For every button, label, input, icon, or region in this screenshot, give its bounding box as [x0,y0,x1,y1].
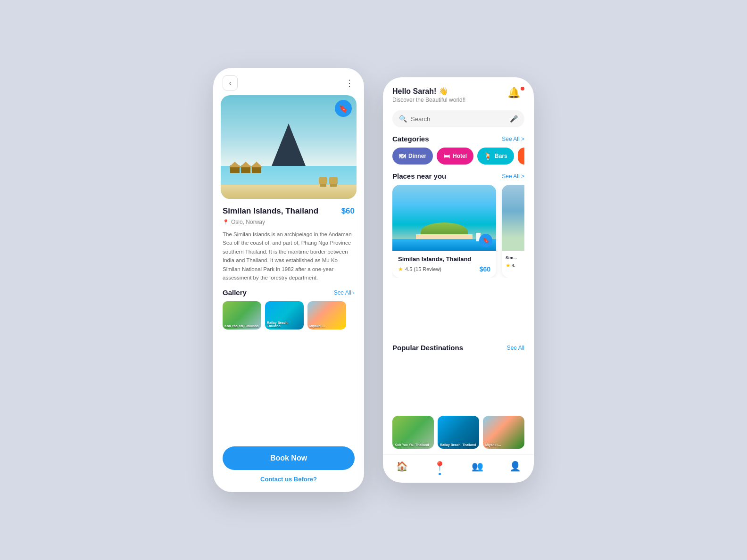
top-bar: ‹ ⋮ [213,68,364,95]
location-pin-icon: 📍 [223,219,229,225]
categories-row: 🍽 Dinner 🛏 Hotel 🍹 Bars 🎯 [392,148,524,165]
profile-icon: 👤 [509,461,521,472]
greeting-hello: Hello Sarah! 👋 [392,87,465,96]
bell-icon: 🔔 [507,87,520,99]
nav-community[interactable]: 👥 [472,461,483,475]
greeting-row: Hello Sarah! 👋 Discover the Beautiful wo… [392,87,524,104]
place-card-1[interactable]: 🔖 Similan Islands, Thailand ★ 4.5 (15 Re… [392,185,496,278]
place-description: The Similan Islands is an archipelago in… [223,230,355,282]
place-card-partial[interactable]: Sim... ★ 4. [502,185,524,278]
gallery-thumb-label-2: Railay Beach, Thailand [267,321,302,328]
star-icon: ★ [398,266,403,272]
category-dinner[interactable]: 🍽 Dinner [392,148,433,165]
gallery-thumb-label-1: Koh Yao Yai, Thailand [224,324,259,328]
partial-rating-text: 4. [512,263,515,268]
gallery-thumb-3[interactable]: Miyako I... [307,301,346,329]
place-card-partial-image [502,185,524,251]
gallery-header: Gallery See All › [223,288,355,296]
greeting-subtext: Discover the Beautiful world!! [392,97,465,103]
popular-header: Popular Destinations See All [392,284,524,411]
rating-1: ★ 4.5 (15 Review) [398,266,441,272]
popular-thumb-3[interactable]: Miyako I... [483,416,524,449]
search-input[interactable] [411,115,506,123]
gallery-thumb-1[interactable]: Koh Yao Yai, Thailand [223,301,261,329]
search-bar[interactable]: 🔍 🎤 [392,110,524,127]
places-header: Places near you See All > [392,172,524,180]
home-icon: 🏠 [396,461,408,472]
places-scroll: 🔖 Similan Islands, Thailand ★ 4.5 (15 Re… [392,185,524,278]
place-name: Similan Islands, Thailand [223,206,318,216]
place-card-image-1: 🔖 [392,185,496,251]
category-dinner-label: Dinner [408,153,426,159]
categories-title: Categories [392,135,429,143]
nav-profile[interactable]: 👤 [509,461,521,475]
popular-label-2: Railay Beach, Thailand [440,443,477,446]
places-see-all[interactable]: See All > [502,173,524,180]
gallery-thumb-label-3: Miyako I... [309,324,344,328]
gallery-title: Gallery [223,288,247,296]
left-phone: ‹ ⋮ 🔖 Similan Isla [213,68,364,492]
bottom-nav: 🏠 📍 👥 👤 [383,454,534,483]
microphone-icon[interactable]: 🎤 [510,115,518,123]
place-card-meta-1: ★ 4.5 (15 Review) $60 [398,265,490,273]
hero-image: 🔖 [221,95,357,199]
categories-see-all[interactable]: See All > [502,136,524,142]
rating-text-1: 4.5 (15 Review) [405,266,441,272]
popular-thumb-1[interactable]: Koh Yao Yai, Thailand [392,416,434,449]
hotel-icon: 🛏 [443,152,450,160]
gallery-images: Koh Yao Yai, Thailand Railay Beach, Thai… [223,301,355,329]
greeting-text: Hello Sarah! 👋 Discover the Beautiful wo… [392,87,465,103]
bottom-actions: Book Now Contact us Before? [213,441,364,492]
place-card-info-1: Similan Islands, Thailand ★ 4.5 (15 Revi… [392,251,496,278]
category-extra[interactable]: 🎯 [518,148,524,165]
nav-explore[interactable]: 📍 [434,461,446,475]
nav-home[interactable]: 🏠 [396,461,408,475]
category-bars[interactable]: 🍹 Bars [477,148,514,165]
gallery-thumb-2[interactable]: Railay Beach, Thailand [265,301,304,329]
more-options-button[interactable]: ⋮ [345,77,355,89]
dinner-icon: 🍽 [399,152,406,160]
gallery-see-all[interactable]: See All › [334,289,355,296]
place-card-name-1: Similan Islands, Thailand [398,255,490,263]
notification-badge [520,86,525,91]
partial-star-icon: ★ [506,262,511,269]
popular-label-1: Koh Yao Yai, Thailand [395,443,432,446]
community-icon: 👥 [472,461,483,472]
categories-header: Categories See All > [392,135,524,143]
notification-bell[interactable]: 🔔 [507,87,524,104]
partial-name: Sim... [506,255,524,260]
popular-title: Popular Destinations [392,344,463,352]
popular-row: Koh Yao Yai, Thailand Railay Beach, Thai… [392,416,524,449]
contact-link[interactable]: Contact us Before? [223,476,355,483]
place-price: $60 [341,206,355,216]
search-icon: 🔍 [399,115,407,123]
card-price-1: $60 [480,265,490,273]
right-phone: Hello Sarah! 👋 Discover the Beautiful wo… [383,77,534,483]
bookmark-icon[interactable]: 🔖 [335,100,352,117]
category-hotel-label: Hotel [453,153,467,159]
card-bookmark-icon[interactable]: 🔖 [479,234,492,247]
partial-rating: ★ 4. [506,262,524,269]
popular-thumb-2[interactable]: Railay Beach, Thailand [438,416,479,449]
book-now-button[interactable]: Book Now [223,446,355,470]
category-bars-label: Bars [495,153,507,159]
back-button[interactable]: ‹ [223,75,238,91]
places-title: Places near you [392,172,446,180]
place-location: 📍 Oslo, Norway [223,219,355,225]
bars-icon: 🍹 [484,152,492,160]
popular-see-all[interactable]: See All [507,345,524,351]
explore-icon: 📍 [434,461,446,472]
popular-label-3: Miyako I... [485,443,522,446]
category-hotel[interactable]: 🛏 Hotel [437,148,473,165]
